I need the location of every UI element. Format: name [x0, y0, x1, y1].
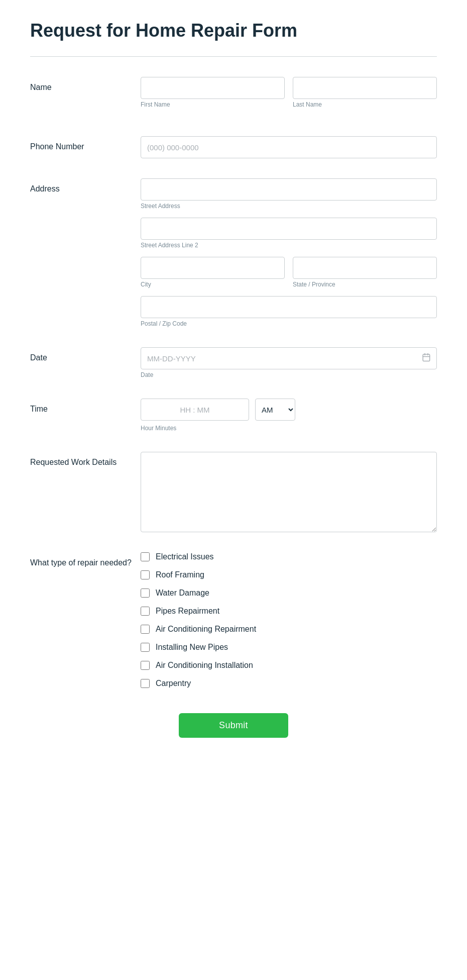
checkbox-list: Electrical IssuesRoof FramingWater Damag… [141, 552, 437, 688]
first-name-input[interactable] [141, 77, 285, 99]
submit-row: Submit [30, 713, 437, 738]
last-name-sub-label: Last Name [293, 101, 437, 108]
checkbox-option-1[interactable] [141, 570, 150, 579]
date-wrapper [141, 347, 437, 369]
time-hour-input[interactable] [141, 399, 249, 421]
street2-group: Street Address Line 2 [141, 218, 437, 249]
phone-row: Phone Number [30, 136, 437, 158]
checkbox-item[interactable]: Air Conditioning Repairment [141, 625, 437, 634]
checkbox-option-0[interactable] [141, 552, 150, 561]
work-details-label: Requested Work Details [30, 452, 141, 467]
state-input[interactable] [293, 257, 437, 279]
work-details-row: Requested Work Details [30, 452, 437, 532]
ampm-select[interactable]: AM PM [255, 399, 295, 421]
checkbox-option-6[interactable] [141, 661, 150, 670]
checkbox-label: Water Damage [156, 589, 209, 598]
city-group: City [141, 257, 285, 288]
address-row: Address Street Address Street Address Li… [30, 178, 437, 327]
last-name-input[interactable] [293, 77, 437, 99]
page-title: Request for Home Repair Form [30, 20, 437, 41]
date-fields: Date [141, 347, 437, 378]
checkbox-label: Roof Framing [156, 570, 204, 579]
checkbox-item[interactable]: Pipes Repairment [141, 607, 437, 616]
time-inputs-row: AM PM [141, 399, 437, 421]
repair-type-fields: Electrical IssuesRoof FramingWater Damag… [141, 552, 437, 688]
divider [30, 56, 437, 57]
first-name-group: First Name [141, 77, 285, 108]
repair-type-label: What type of repair needed? [30, 552, 141, 567]
city-state-row: City State / Province [141, 257, 437, 296]
checkbox-label: Air Conditioning Repairment [156, 625, 256, 634]
work-details-textarea[interactable] [141, 452, 437, 532]
time-label: Time [30, 399, 141, 414]
hour-group [141, 399, 249, 421]
checkbox-item[interactable]: Electrical Issues [141, 552, 437, 561]
checkbox-label: Installing New Pipes [156, 643, 228, 652]
checkbox-option-5[interactable] [141, 643, 150, 652]
checkbox-label: Carpentry [156, 679, 191, 688]
zip-input[interactable] [141, 296, 437, 318]
city-sub-label: City [141, 281, 285, 288]
checkbox-label: Air Conditioning Installation [156, 661, 253, 670]
checkbox-option-3[interactable] [141, 607, 150, 616]
checkbox-label: Electrical Issues [156, 552, 214, 561]
phone-label: Phone Number [30, 136, 141, 151]
checkbox-item[interactable]: Air Conditioning Installation [141, 661, 437, 670]
street1-sub-label: Street Address [141, 203, 437, 210]
state-sub-label: State / Province [293, 281, 437, 288]
name-field-row: First Name Last Name [141, 77, 437, 116]
checkbox-option-2[interactable] [141, 589, 150, 598]
checkbox-item[interactable]: Water Damage [141, 589, 437, 598]
last-name-group: Last Name [293, 77, 437, 116]
phone-fields [141, 136, 437, 158]
zip-sub-label: Postal / Zip Code [141, 320, 437, 327]
repair-type-row: What type of repair needed? Electrical I… [30, 552, 437, 688]
checkbox-item[interactable]: Installing New Pipes [141, 643, 437, 652]
checkbox-item[interactable]: Roof Framing [141, 570, 437, 579]
name-label: Name [30, 77, 141, 92]
date-sub-label: Date [141, 371, 437, 378]
state-group: State / Province [293, 257, 437, 296]
time-row: Time AM PM Hour Minutes [30, 399, 437, 432]
street2-input[interactable] [141, 218, 437, 240]
phone-input[interactable] [141, 136, 437, 158]
address-fields: Street Address Street Address Line 2 Cit… [141, 178, 437, 327]
work-details-fields [141, 452, 437, 532]
city-input[interactable] [141, 257, 285, 279]
checkbox-option-7[interactable] [141, 679, 150, 688]
ampm-group: AM PM [255, 399, 295, 421]
submit-button[interactable]: Submit [179, 713, 288, 738]
time-sub-labels: Hour Minutes [141, 423, 437, 432]
zip-group: Postal / Zip Code [141, 296, 437, 327]
checkbox-item[interactable]: Carpentry [141, 679, 437, 688]
first-name-sub-label: First Name [141, 101, 285, 108]
street2-sub-label: Street Address Line 2 [141, 242, 437, 249]
name-row: Name First Name Last Name [30, 77, 437, 116]
date-input[interactable] [141, 347, 437, 369]
street1-input[interactable] [141, 178, 437, 201]
address-label: Address [30, 178, 141, 193]
checkbox-option-4[interactable] [141, 625, 150, 634]
checkbox-label: Pipes Repairment [156, 607, 219, 616]
time-fields: AM PM Hour Minutes [141, 399, 437, 432]
name-fields: First Name Last Name [141, 77, 437, 116]
date-label: Date [30, 347, 141, 362]
time-sub-label: Hour Minutes [141, 425, 201, 432]
street1-group: Street Address [141, 178, 437, 210]
date-row: Date Date [30, 347, 437, 378]
